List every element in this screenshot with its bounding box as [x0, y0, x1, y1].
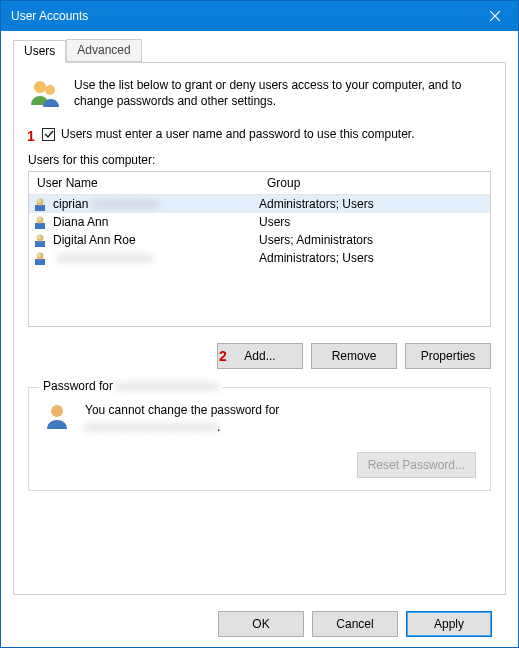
require-password-row: 1 Users must enter a user name and passw…	[28, 127, 491, 141]
svg-rect-13	[35, 259, 45, 265]
password-group-label: Password for xxxxxxxxxxxxxxxxx	[39, 379, 222, 393]
cancel-button[interactable]: Cancel	[312, 611, 398, 637]
table-row[interactable]: Digital Ann RoeUsers; Administrators	[29, 231, 490, 249]
user-name-redacted: xxxxxxxxxxx	[92, 197, 158, 211]
reset-password-button: Reset Password...	[357, 452, 476, 478]
password-text-prefix: You cannot change the password for	[85, 403, 279, 417]
intro-section: Use the list below to grant or deny user…	[28, 77, 491, 111]
user-list-buttons: 2 Add... Remove Properties	[28, 343, 491, 369]
dialog-window: User Accounts Users Advanced Use the lis…	[0, 0, 519, 648]
user-name-redacted: xxxxxxxxxxxxxxxx	[57, 251, 153, 265]
user-group: Users; Administrators	[259, 233, 373, 247]
password-group-label-prefix: Password for	[43, 379, 116, 393]
intro-text: Use the list below to grant or deny user…	[74, 77, 491, 111]
svg-point-16	[51, 405, 63, 417]
ok-button[interactable]: OK	[218, 611, 304, 637]
tab-page-users: Use the list below to grant or deny user…	[13, 62, 506, 595]
table-row[interactable]: ciprianxxxxxxxxxxxAdministrators; Users	[29, 195, 490, 213]
title-bar[interactable]: User Accounts	[1, 1, 518, 31]
tab-users[interactable]: Users	[13, 40, 66, 63]
tab-strip: Users Advanced	[13, 39, 506, 62]
user-name: ciprian	[53, 197, 88, 211]
user-list-label: Users for this computer:	[28, 153, 491, 167]
password-group: Password for xxxxxxxxxxxxxxxxx You canno…	[28, 387, 491, 491]
add-button[interactable]: Add...	[217, 343, 303, 369]
user-list-header[interactable]: User Name Group	[29, 172, 490, 195]
user-name: Diana Ann	[53, 215, 108, 229]
password-text-suffix: .	[217, 420, 220, 434]
client-area: Users Advanced Use the list below to gra…	[1, 31, 518, 647]
col-group[interactable]: Group	[259, 172, 309, 194]
table-row[interactable]: xxxxxxxxxxxxxxxxAdministrators; Users	[29, 249, 490, 267]
svg-point-3	[45, 85, 55, 95]
user-group: Users	[259, 215, 290, 229]
close-button[interactable]	[472, 1, 518, 31]
svg-rect-7	[35, 223, 45, 229]
svg-point-2	[34, 81, 46, 93]
dialog-buttons: OK Cancel Apply	[13, 601, 506, 637]
svg-point-15	[37, 253, 41, 257]
close-icon	[490, 11, 500, 21]
users-icon	[28, 77, 62, 111]
user-list[interactable]: User Name Group ciprianxxxxxxxxxxxAdmini…	[28, 171, 491, 327]
properties-button[interactable]: Properties	[405, 343, 491, 369]
svg-point-9	[37, 217, 41, 221]
svg-point-12	[37, 235, 41, 239]
col-username[interactable]: User Name	[29, 172, 259, 194]
apply-button[interactable]: Apply	[406, 611, 492, 637]
svg-rect-4	[35, 205, 45, 211]
require-password-label: Users must enter a user name and passwor…	[61, 127, 415, 141]
tab-advanced[interactable]: Advanced	[66, 39, 141, 62]
user-group: Administrators; Users	[259, 197, 374, 211]
svg-rect-10	[35, 241, 45, 247]
table-row[interactable]: Diana AnnUsers	[29, 213, 490, 231]
user-icon	[35, 197, 49, 211]
user-icon	[35, 251, 49, 265]
password-user-icon	[43, 402, 73, 432]
password-group-label-user: xxxxxxxxxxxxxxxxx	[116, 379, 218, 393]
user-icon	[35, 233, 49, 247]
user-group: Administrators; Users	[259, 251, 374, 265]
annotation-2: 2	[219, 348, 227, 364]
user-icon	[35, 215, 49, 229]
remove-button[interactable]: Remove	[311, 343, 397, 369]
check-icon	[44, 129, 54, 139]
user-name: Digital Ann Roe	[53, 233, 136, 247]
annotation-1: 1	[27, 128, 35, 144]
password-text-user: xxxxxxxxxxxxxxxxxxxxxx	[85, 420, 217, 434]
svg-point-6	[37, 199, 41, 203]
require-password-checkbox[interactable]	[42, 128, 55, 141]
password-text: You cannot change the password for xxxxx…	[85, 402, 279, 436]
title-bar-text: User Accounts	[11, 9, 472, 23]
